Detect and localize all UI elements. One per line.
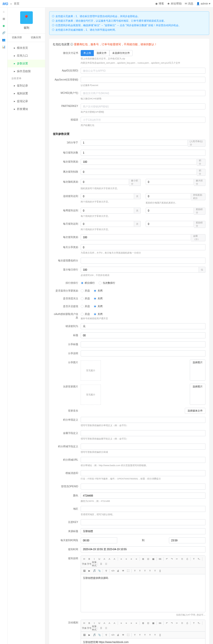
editor-tool[interactable]: T — [133, 633, 137, 637]
choose-media-btn[interactable]: 选择媒体文件 — [185, 408, 205, 414]
editor-tool[interactable]: T — [192, 557, 196, 561]
nav-help[interactable]: ★ 本站帮助 — [167, 2, 182, 6]
editor-tool[interactable]: ↷ — [170, 557, 174, 561]
upload-box[interactable]: 暂无图片 — [81, 385, 101, 405]
editor-tool[interactable]: ⎘ — [180, 621, 184, 625]
field-input[interactable] — [81, 208, 134, 214]
radio-option[interactable]: 关闭 — [94, 297, 103, 300]
editor-tool[interactable]: T — [138, 633, 142, 637]
menu-item[interactable]: ▸参数设置 — [8, 60, 45, 67]
field-input[interactable] — [81, 258, 205, 264]
radio-option[interactable]: 开启 — [81, 289, 90, 293]
field-input[interactable] — [81, 470, 205, 476]
mchid-input[interactable] — [81, 90, 205, 96]
nav-stats-icon[interactable]: 📊 — [2, 45, 6, 49]
editor-tool[interactable]: 🎵 — [92, 569, 97, 573]
editor-tool[interactable]: A — [102, 557, 107, 561]
editor-tool[interactable]: ↷ — [170, 621, 174, 625]
editor-tool[interactable]: T — [138, 569, 142, 573]
field-input[interactable] — [81, 350, 205, 356]
editor-tool[interactable]: A — [107, 557, 112, 561]
editor-tool[interactable]: A — [112, 621, 117, 625]
editor-tool[interactable]: ▶ — [87, 633, 92, 637]
editor-tool[interactable]: ⚲ — [104, 633, 108, 637]
editor-tool[interactable]: T — [153, 633, 157, 637]
field-input[interactable] — [81, 193, 134, 199]
nav-grid-icon[interactable]: ▦ — [2, 17, 6, 21]
editor-tool[interactable]: T — [148, 569, 152, 573]
editor-tool[interactable]: T — [148, 633, 152, 637]
editor1[interactable]: HBIUAAA≡≡≡≡⊞⊡▦66↶↷✂⎘⎙TTₓ字体字号段落样式☰☷ 🖼▶🎵📎⚲… — [81, 555, 205, 612]
editor-tool[interactable]: Tₓ — [197, 621, 201, 625]
editor-tool[interactable]: 段落样式 — [92, 562, 97, 566]
editor-tool[interactable]: B — [87, 557, 92, 561]
nav-link-icon[interactable]: 🔗 — [2, 31, 6, 35]
field-input[interactable] — [81, 341, 205, 347]
menu-item[interactable]: ▸群发通知 — [8, 105, 45, 113]
editor-tool[interactable]: ▦ — [151, 557, 156, 561]
tab-switch-app[interactable]: 切换应用 — [26, 34, 45, 42]
field-input[interactable] — [81, 506, 205, 512]
nav-blog[interactable]: ◉ 博客 — [155, 2, 164, 6]
editor-tool[interactable]: ⎘ — [180, 557, 184, 561]
field-input[interactable] — [81, 430, 205, 436]
field-input[interactable] — [81, 169, 197, 175]
editor-tool[interactable]: ≡ — [134, 557, 139, 561]
editor-tool[interactable]: 🖨 — [116, 569, 120, 573]
editor-tool[interactable]: {} — [158, 569, 162, 573]
field-input[interactable] — [81, 519, 205, 525]
radio-option[interactable]: 关闭 — [94, 312, 103, 316]
editor-tool[interactable]: 📎 — [97, 633, 102, 637]
menu-item[interactable]: ▸签到记录 — [8, 82, 45, 90]
appid-input[interactable] — [81, 68, 205, 74]
editor-tool[interactable]: 66 — [158, 557, 162, 561]
site-home[interactable]: 首页 — [14, 2, 19, 6]
editor-tool[interactable]: H — [82, 557, 86, 561]
radio-option[interactable]: 开启 — [81, 312, 90, 316]
nav-msg[interactable]: ✉ 消息 — [185, 2, 193, 6]
editor-tool[interactable]: T — [192, 621, 196, 625]
editor-tool[interactable]: ▶ — [87, 569, 92, 573]
menu-item[interactable]: ▸规则设置 — [8, 90, 45, 97]
editor-tool[interactable]: 字号 — [87, 626, 92, 630]
upload-box[interactable]: 暂无图片 — [81, 360, 101, 381]
field-input[interactable] — [81, 234, 191, 240]
editor-tool[interactable]: ✂ — [175, 557, 179, 561]
editor-tool[interactable]: </> — [111, 633, 115, 637]
editor-tool[interactable]: ⎙ — [185, 621, 189, 625]
field-input[interactable] — [81, 332, 205, 338]
editor-tool[interactable]: H — [82, 621, 86, 625]
field-input[interactable] — [81, 323, 205, 329]
radio-option[interactable]: 当次数排行 — [99, 281, 115, 285]
radio-option[interactable]: 开启 — [81, 305, 90, 308]
editor-tool[interactable]: 段落样式 — [92, 626, 97, 630]
field-input[interactable] — [81, 150, 205, 156]
field-input[interactable] — [81, 528, 205, 534]
field-input[interactable] — [146, 208, 194, 214]
menu-item[interactable]: ▸操作员权限 — [8, 67, 45, 75]
radio-option[interactable]: 开启 — [81, 297, 90, 300]
editor-tool[interactable]: ☷ — [104, 562, 108, 566]
editor-tool[interactable]: ≡ — [129, 557, 134, 561]
editor-tool[interactable]: A — [102, 621, 107, 625]
collapse-icon[interactable]: ≡ — [10, 2, 12, 5]
wish-input[interactable] — [81, 117, 205, 123]
editor-tool[interactable]: A — [112, 557, 117, 561]
editor-tool[interactable]: ⚲ — [104, 569, 108, 573]
field-input[interactable] — [81, 457, 205, 463]
cert-choose-btn[interactable]: 选择文件 — [94, 50, 109, 56]
editor-tool[interactable]: ✂ — [175, 621, 179, 625]
editor-tool[interactable]: ⊞ — [141, 621, 145, 625]
field-input[interactable] — [81, 179, 129, 185]
editor-tool[interactable]: 🖼 — [82, 633, 86, 637]
cert-upload-btn[interactable]: 本上传 — [81, 50, 94, 56]
editor-tool[interactable]: A — [107, 621, 112, 625]
editor-tool[interactable]: ≡ — [129, 621, 134, 625]
tab-switch-assoc[interactable]: 切换关联 — [8, 34, 26, 42]
nav-wechat-icon[interactable]: ◉ — [2, 24, 6, 28]
field-input[interactable] — [81, 493, 205, 499]
editor-tool[interactable]: 字体 — [82, 562, 86, 566]
field-input[interactable] — [146, 193, 191, 199]
editor-tool[interactable]: ≡ — [124, 621, 129, 625]
editor-tool[interactable]: ⊡ — [146, 621, 150, 625]
